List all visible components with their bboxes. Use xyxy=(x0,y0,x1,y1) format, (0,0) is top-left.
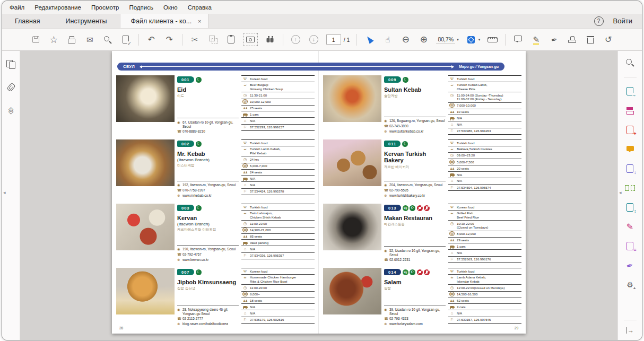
hours-icon xyxy=(241,158,249,162)
hours-row: 10:30-22:00 (Closed on Tuesdays) xyxy=(448,221,521,231)
hours-icon xyxy=(448,153,456,158)
page-number-input[interactable]: 1 xyxy=(326,34,341,45)
cuisine-value: Turkish food xyxy=(250,205,267,209)
restaurant-number-badge: 003 xyxy=(177,205,194,211)
fit-dropdown-caret[interactable]: ▾ xyxy=(478,38,481,42)
restaurant-website[interactable]: blog.naver.com/halalfoodkorea xyxy=(182,322,228,326)
camera-icon[interactable] xyxy=(243,33,258,46)
attachments-icon[interactable] xyxy=(6,82,16,92)
binoculars-icon[interactable] xyxy=(265,34,276,45)
zoom-in-icon[interactable] xyxy=(418,34,429,45)
measure-icon[interactable] xyxy=(487,34,498,45)
restaurant-photo xyxy=(116,268,175,314)
prayer-room-value: N/A xyxy=(457,179,462,183)
comment-icon[interactable] xyxy=(512,34,524,45)
prepare-form-icon[interactable] xyxy=(625,241,636,251)
zoom-level-value[interactable]: 80,7% xyxy=(436,36,455,43)
hours-row: 11:00-24:00 (Sunday -Thursday) 11:00-02:… xyxy=(448,92,521,102)
email-icon[interactable] xyxy=(84,34,95,45)
pdf-page-right[interactable]: 009 ☾ Sultan Kebab 술탄케밥 126, Bogwang-ro,… xyxy=(319,51,526,334)
redo-icon[interactable] xyxy=(164,34,175,45)
sign-in-button[interactable]: Войти xyxy=(613,17,632,25)
scissors-icon[interactable] xyxy=(189,34,201,45)
sign-pen-icon[interactable] xyxy=(549,34,560,45)
fill-sign-icon[interactable] xyxy=(625,222,636,232)
seats-icon xyxy=(241,170,249,174)
tab-close-icon[interactable]: × xyxy=(198,18,201,24)
copy-snapshot-icon[interactable] xyxy=(207,34,219,45)
star-icon[interactable] xyxy=(48,34,59,45)
seats-value: 24 seats xyxy=(250,170,262,174)
menu-item-edit[interactable]: Редактирование xyxy=(34,4,81,11)
restaurant-website[interactable]: www.turkishbakery.co.kr xyxy=(389,194,425,198)
left-panel-collapse-icon[interactable]: ◂ xyxy=(3,190,6,195)
stamp-icon[interactable] xyxy=(567,34,578,45)
create-pdf-icon[interactable] xyxy=(625,125,636,135)
restaurant-website[interactable]: www.sultankebab.co.kr xyxy=(389,129,423,134)
menu-item-sign[interactable]: Подпись xyxy=(129,4,153,11)
help-icon[interactable]: ? xyxy=(594,16,604,26)
pdf-page-left[interactable]: 001 ☾ Eid 이드 67, Usadan-ro 10-gil, Yongs… xyxy=(112,51,319,334)
doc-check-icon[interactable] xyxy=(120,34,132,45)
fit-page-icon[interactable] xyxy=(466,34,477,45)
restaurant-website[interactable]: www.mrkebab.co.kr xyxy=(182,194,212,198)
prayer-room-row: N/A xyxy=(241,246,315,252)
tab-document[interactable]: Файл клиента - ко... × xyxy=(120,14,208,28)
restaurant-website[interactable]: www.kervan.co.kr xyxy=(182,258,208,262)
comment-icon[interactable] xyxy=(625,144,636,155)
tab-home[interactable]: Главная xyxy=(2,14,53,28)
search-icon[interactable] xyxy=(102,34,114,45)
parking-value: 3 cars xyxy=(457,305,466,309)
no-pork-icon xyxy=(417,269,423,275)
menu-item-view[interactable]: Просмотр xyxy=(91,4,119,11)
edit-pdf-icon[interactable] xyxy=(625,106,636,116)
menu-item-file[interactable]: Файл xyxy=(10,4,24,11)
prayer-room-icon xyxy=(241,119,249,123)
seats-value: 18 seats xyxy=(250,299,262,303)
open-panel-icon[interactable] xyxy=(625,325,636,336)
menu-bar: ФайлРедактированиеПросмотрПодписьОкноСпр… xyxy=(2,1,642,14)
certificates-icon[interactable] xyxy=(625,260,636,271)
trash-icon[interactable] xyxy=(585,34,596,45)
more-tools-icon[interactable] xyxy=(625,279,636,290)
save-icon[interactable] xyxy=(30,34,41,45)
export-pdf-icon[interactable] xyxy=(625,86,636,97)
price-row: 10,000-12,000 xyxy=(241,99,315,106)
search-icon[interactable] xyxy=(625,57,636,68)
zoom-dropdown-caret[interactable]: ▾ xyxy=(457,38,459,42)
signature-menu-row: Turkish Kebab Lamb, Cheese Pide xyxy=(448,82,521,92)
website-row: www.turkeysalam.com xyxy=(384,322,446,326)
tab-tools[interactable]: Инструменты xyxy=(53,14,120,28)
parking-icon xyxy=(241,305,249,309)
rotate-icon[interactable] xyxy=(603,34,614,45)
hand-icon[interactable] xyxy=(382,34,393,45)
organize-pages-icon[interactable] xyxy=(625,183,636,194)
contact-block: 28, Noksapyeong-daero 46-gil, Yongsan-gu… xyxy=(177,305,239,327)
restaurant-address: 190, Itaewon-ro, Yongsan-gu, Seoul xyxy=(182,247,236,251)
signature-menu-icon xyxy=(448,211,456,215)
compress-pdf-icon[interactable] xyxy=(625,202,636,213)
menu-item-help[interactable]: Справка xyxy=(188,4,212,11)
highlighter-icon[interactable] xyxy=(530,34,542,45)
cursor-icon[interactable] xyxy=(364,34,375,45)
menu-item-window[interactable]: Окно xyxy=(163,4,178,11)
tools-panel-collapse-icon[interactable]: ◂ xyxy=(619,190,622,195)
seats-value: 25 seats xyxy=(250,106,262,110)
page-thumbnails-icon[interactable] xyxy=(6,59,16,69)
combine-files-icon[interactable] xyxy=(625,163,636,174)
undo-icon[interactable] xyxy=(146,34,157,45)
zoom-out-icon[interactable] xyxy=(400,34,411,45)
gps-value: 37.532663, 126.998176 xyxy=(457,257,491,261)
restaurant-website[interactable]: www.turkeysalam.com xyxy=(389,322,423,326)
clipboard-icon[interactable] xyxy=(225,34,237,45)
cuisine-row: Turkish food xyxy=(448,140,521,146)
page-up-icon[interactable] xyxy=(290,34,301,45)
restaurant-korean-name: 쌀람 xyxy=(384,286,446,291)
restaurant-name: Makan Restauran xyxy=(384,215,446,221)
restaurant-entry: 014 Vg☪ Salam 쌀람 39, Usadan-ro 10-gil, Y… xyxy=(323,268,521,332)
layers-icon[interactable] xyxy=(6,105,16,115)
region-header-bar: СЕУЛ Mapo-gu / Yongsan-gu xyxy=(117,63,504,71)
cuisine-row: Korean food xyxy=(241,268,315,275)
page-down-icon[interactable] xyxy=(308,34,319,45)
print-icon[interactable] xyxy=(66,34,77,45)
